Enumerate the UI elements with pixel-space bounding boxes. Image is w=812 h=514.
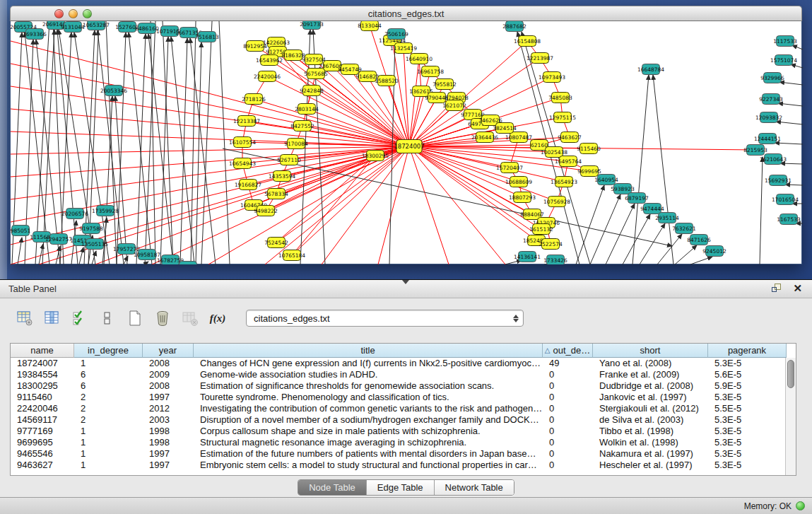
column-header-in_degree[interactable]: in_degree (74, 344, 143, 358)
close-panel-icon[interactable]: ✕ (793, 283, 802, 294)
tab-node-table[interactable]: Node Table (298, 480, 367, 495)
citation-network-graph[interactable]: 1872400781330441125440489129541422606391… (11, 21, 803, 264)
graph-node[interactable]: 20206576 (61, 209, 88, 219)
network-canvas[interactable]: 1872400781330441125440489129541422606391… (10, 21, 802, 264)
graph-node[interactable]: 10688609 (505, 177, 532, 187)
graph-node[interactable]: 5675685 (304, 69, 328, 79)
graph-node[interactable]: 18807293 (509, 192, 536, 203)
graph-node[interactable]: 7506169 (384, 29, 408, 40)
graph-node[interactable]: 8912954 (243, 41, 267, 52)
graph-node[interactable]: 12444151 (754, 134, 781, 144)
graph-node[interactable]: 9146821 (355, 71, 379, 82)
graph-node[interactable]: 8186328 (281, 50, 305, 61)
graph-node[interactable]: 14136141 (514, 252, 541, 262)
column-header-out_de[interactable]: △out_de… (543, 344, 593, 358)
graph-node[interactable]: 17359928 (92, 206, 119, 216)
graph-node[interactable]: 2522574 (539, 239, 563, 250)
graph-node[interactable]: 7632621 (672, 223, 696, 234)
delete-column-icon[interactable] (153, 309, 172, 327)
graph-node[interactable]: 10719155 (156, 26, 183, 37)
graph-node[interactable]: 2803144 (295, 104, 319, 115)
tab-edge-table[interactable]: Edge Table (367, 480, 435, 495)
graph-node[interactable]: 6486160 (135, 23, 159, 34)
graph-node[interactable]: 9227343 (759, 94, 783, 105)
graph-node[interactable]: 12213387 (233, 116, 260, 127)
graph-node[interactable]: 16210643 (760, 154, 787, 165)
close-window-icon[interactable] (54, 9, 64, 18)
function-builder-icon[interactable]: f(x) (208, 309, 227, 327)
zoom-window-icon[interactable] (83, 9, 92, 18)
table-row[interactable]: 946554611997Estimation of the future num… (11, 448, 796, 460)
graph-node[interactable]: 9790448 (425, 93, 449, 103)
table-row[interactable]: 911546021997Tourette syndrome. Phenomeno… (11, 392, 796, 403)
graph-node[interactable]: 985051 (11, 226, 31, 236)
graph-node[interactable]: 1167533 (777, 214, 801, 225)
select-columns-icon[interactable] (71, 309, 89, 327)
table-row[interactable]: 946362711997Embryonic stem cells: a mode… (11, 460, 796, 471)
graph-node[interactable]: 5678334 (264, 189, 288, 199)
graph-node[interactable]: 1615132 (529, 224, 553, 235)
table-row[interactable]: 1830029562008Estimation of significance … (11, 380, 796, 392)
graph-node[interactable]: 9197588 (79, 223, 103, 234)
graph-node[interactable]: 2091733 (300, 21, 324, 30)
graph-node[interactable]: 16154808 (514, 36, 541, 47)
graph-node[interactable]: 9131044 (61, 22, 85, 33)
graph-node[interactable]: 8215953 (743, 145, 767, 156)
graph-node[interactable]: 2718126 (242, 94, 266, 105)
graph-node[interactable]: 3824514 (493, 123, 517, 134)
column-header-short[interactable]: short (593, 344, 708, 358)
graph-node[interactable]: 12975115 (549, 112, 576, 123)
graph-node[interactable]: 15751074 (770, 55, 797, 66)
graph-node[interactable]: 9463627 (558, 132, 582, 143)
graph-node[interactable]: 13654923 (551, 177, 577, 187)
graph-node[interactable]: 10973493 (539, 72, 565, 83)
graph-node[interactable]: 7485083 (548, 93, 572, 103)
graph-node[interactable]: 16648784 (637, 64, 664, 75)
graph-node[interactable]: 9327504 (302, 54, 326, 65)
graph-node[interactable]: 17016504 (772, 194, 799, 205)
graph-node[interactable]: 1527602 (115, 22, 139, 33)
graph-node[interactable]: 9115460 (577, 144, 601, 154)
vertical-scrollbar[interactable] (785, 358, 796, 475)
table-row[interactable]: 977716911998Corpus callosum shape and si… (11, 426, 796, 437)
rows-icon[interactable] (98, 309, 117, 327)
graph-node[interactable]: 9329966 (760, 73, 784, 83)
float-window-icon[interactable] (772, 283, 783, 294)
graph-node[interactable]: 5267110 (277, 155, 301, 165)
column-header-pagerank[interactable]: pagerank (708, 344, 787, 358)
graph-node[interactable]: 22420046 (254, 71, 281, 82)
graph-node[interactable]: 18724007 (394, 140, 424, 153)
table-select-dropdown[interactable]: citations_edges.txt (246, 310, 524, 327)
graph-node[interactable]: 9242848 (300, 86, 324, 96)
graph-node[interactable]: 1640954 (594, 175, 618, 185)
table-row[interactable]: 2242004622012Investigating the contribut… (11, 403, 796, 414)
graph-node[interactable]: 9170084 (284, 139, 308, 149)
graph-node[interactable]: 8427552 (290, 121, 314, 132)
column-header-name[interactable]: name (11, 344, 74, 358)
graph-node[interactable]: 16640910 (406, 54, 433, 64)
graph-node[interactable]: 9498222 (254, 206, 278, 216)
graph-node[interactable]: 9245012 (702, 246, 726, 257)
graph-node[interactable]: 7955812 (433, 79, 457, 90)
graph-node[interactable]: 1588520 (375, 76, 399, 86)
graph-node[interactable]: 10653287 (83, 21, 110, 30)
window-titlebar[interactable]: citations_edges.txt (10, 6, 802, 21)
graph-node[interactable]: 1693366 (23, 29, 47, 40)
table-settings-icon[interactable] (16, 309, 34, 327)
graph-node[interactable]: 2887682 (502, 21, 526, 32)
column-header-title[interactable]: title (194, 344, 543, 358)
graph-node[interactable]: 1117533 (773, 36, 797, 47)
graph-node[interactable]: 8454749 (338, 64, 362, 75)
graph-node[interactable]: 10958187 (134, 250, 160, 260)
table-row[interactable]: 1872400712008Changes of HCN gene express… (11, 358, 796, 369)
graph-node[interactable]: 15692931 (765, 175, 792, 186)
graph-node[interactable]: 8471626 (687, 235, 711, 245)
graph-node[interactable]: 2935114 (655, 213, 679, 223)
new-column-icon[interactable] (126, 309, 144, 327)
graph-node[interactable]: 10765184 (278, 250, 305, 261)
graph-node[interactable]: 12093832 (755, 112, 782, 123)
table-row[interactable]: 969969511998Structural magnetic resonanc… (11, 437, 796, 448)
graph-node[interactable]: 7524542 (264, 238, 288, 248)
graph-node[interactable]: 8133044 (358, 21, 382, 31)
memory-ok-indicator[interactable] (796, 501, 805, 510)
